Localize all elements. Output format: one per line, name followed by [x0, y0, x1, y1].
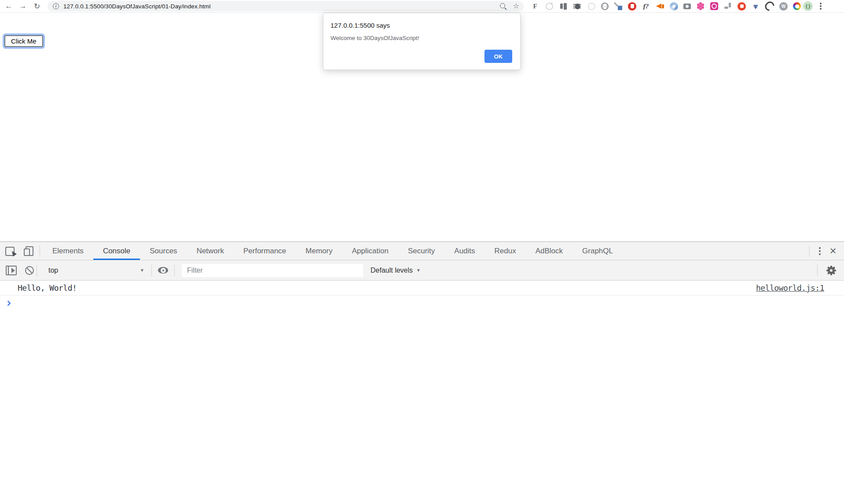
- tab-redux[interactable]: Redux: [485, 242, 526, 260]
- lens-extension-icon[interactable]: [545, 2, 554, 11]
- live-expression-eye-icon[interactable]: [158, 267, 168, 274]
- w-glyph: W: [782, 4, 785, 9]
- dropper-stem: [614, 2, 619, 7]
- devtools-close-icon[interactable]: ×: [826, 245, 840, 258]
- device-toolbar-icon[interactable]: [23, 246, 33, 256]
- json-viewer-extension-icon[interactable]: {}: [803, 1, 813, 11]
- click-me-button[interactable]: Click Me: [4, 35, 43, 47]
- devtools-menu-icon[interactable]: [815, 246, 825, 256]
- site-info-icon[interactable]: i: [53, 3, 59, 9]
- prompt-chevron-icon: [5, 300, 11, 306]
- forward-icon[interactable]: →: [18, 1, 28, 11]
- pink-gear-extension-icon[interactable]: [710, 2, 718, 10]
- alert-dialog: 127.0.0.1:5500 says Welcome to 30DaysOfJ…: [323, 13, 521, 70]
- f-question-extension-icon[interactable]: f?: [642, 2, 650, 11]
- console-prompt[interactable]: [0, 296, 844, 310]
- console-toolbar-right: [815, 265, 840, 276]
- heart-search-extension-icon[interactable]: [751, 2, 760, 11]
- split-panels-extension-icon[interactable]: [559, 2, 568, 11]
- log-levels-dropdown[interactable]: Default levels ▼: [371, 267, 421, 274]
- chevron-down-icon: ▼: [416, 268, 421, 273]
- sidebar-toggle-bar: [8, 267, 9, 274]
- megaphone-extension-icon[interactable]: [656, 2, 664, 11]
- extensions-row: F (-) f? W: [531, 2, 801, 11]
- chevron-down-icon: ▼: [140, 268, 149, 273]
- inspect-element-icon[interactable]: [5, 246, 15, 256]
- console-toolbar-divider-3: [174, 265, 175, 276]
- right-controls-divider: [809, 245, 810, 257]
- tab-elements[interactable]: Elements: [43, 242, 93, 260]
- swirl-extension-icon[interactable]: [670, 2, 678, 11]
- color-picker-extension-icon[interactable]: [614, 2, 623, 11]
- clear-console-icon[interactable]: [25, 266, 34, 275]
- eye-pupil: [162, 270, 164, 271]
- devtools-right-controls: ×: [809, 242, 844, 260]
- red-bookmark-extension-icon[interactable]: [738, 2, 746, 11]
- megaphone-cone: [656, 4, 661, 9]
- bug-extension-icon[interactable]: [573, 2, 582, 11]
- tab-security[interactable]: Security: [398, 242, 444, 260]
- stop-hand-extension-icon[interactable]: [628, 2, 636, 11]
- console-filter-input[interactable]: [182, 264, 363, 277]
- font-switcher-extension-icon[interactable]: F: [531, 2, 539, 11]
- font-glyph: F: [533, 3, 537, 10]
- alert-message: Welcome to 30DaysOfJavaScript!: [330, 35, 512, 41]
- tab-console[interactable]: Console: [93, 242, 140, 260]
- bookmark-star-icon[interactable]: ☆: [513, 3, 519, 10]
- extensions-divider: [802, 2, 802, 10]
- devtools-left-icons: [0, 242, 40, 260]
- alert-actions: OK: [330, 50, 512, 63]
- camera-extension-icon[interactable]: [683, 4, 691, 9]
- gauge-extension-icon[interactable]: [765, 2, 774, 11]
- console-toolbar-divider-4: [817, 265, 818, 276]
- gear-tooth: [830, 266, 832, 275]
- console-sidebar-toggle-icon[interactable]: [6, 266, 17, 275]
- sidebar-toggle-triangle: [11, 268, 15, 273]
- console-log-text: Hello, World!: [18, 283, 77, 292]
- tab-adblock[interactable]: AdBlock: [526, 242, 572, 260]
- tab-sources[interactable]: Sources: [140, 242, 187, 260]
- devtools-tabbar: Elements Console Sources Network Perform…: [0, 242, 844, 260]
- tab-network[interactable]: Network: [187, 242, 234, 260]
- devtools-tabs: Elements Console Sources Network Perform…: [43, 242, 623, 260]
- tab-audits[interactable]: Audits: [444, 242, 484, 260]
- tab-performance[interactable]: Performance: [234, 242, 296, 260]
- reload-icon[interactable]: ↻: [32, 1, 42, 11]
- w-circle-extension-icon[interactable]: W: [779, 2, 788, 11]
- dash-glyph: (-): [602, 4, 608, 8]
- atom-extension-icon[interactable]: [587, 2, 596, 11]
- back-icon[interactable]: ←: [4, 1, 14, 11]
- ramp-bar-a: [724, 7, 728, 9]
- zoom-icon[interactable]: [499, 3, 507, 10]
- console-toolbar: top ▼ Default levels ▼: [0, 260, 844, 281]
- megaphone-box: [662, 4, 664, 8]
- tabbar-divider: [40, 245, 40, 257]
- circle-dash-extension-icon[interactable]: (-): [601, 3, 609, 10]
- browser-toolbar: ← → ↻ i 127.0.0.1:5500/30DaysOfJavaScrip…: [0, 0, 844, 13]
- frame-context-dropdown[interactable]: top ▼: [44, 267, 149, 274]
- address-bar[interactable]: i 127.0.0.1:5500/30DaysOfJavaScript/01-D…: [48, 1, 524, 11]
- console-log-row: Hello, World! helloworld.js:1: [0, 281, 844, 296]
- console-settings-gear-icon[interactable]: [826, 266, 836, 275]
- ramp-extension-icon[interactable]: [723, 2, 732, 11]
- ok-button[interactable]: OK: [484, 50, 512, 63]
- console-toolbar-divider-1: [37, 265, 37, 276]
- tab-memory[interactable]: Memory: [296, 242, 342, 260]
- console-messages: Hello, World! helloworld.js:1: [0, 281, 844, 310]
- alert-title: 127.0.0.1:5500 says: [330, 22, 512, 29]
- json-glyph: {}: [805, 4, 811, 9]
- ramp-bar-b: [729, 3, 731, 7]
- console-toolbar-divider-2: [151, 265, 152, 276]
- devtools-panel: Elements Console Sources Network Perform…: [0, 241, 844, 504]
- f-question-glyph: f?: [643, 3, 649, 10]
- console-source-link[interactable]: helloworld.js:1: [756, 283, 824, 292]
- browser-menu-icon[interactable]: [816, 2, 825, 11]
- gear-tooth: [826, 270, 836, 271]
- frame-context-value: top: [48, 267, 58, 274]
- log-levels-value: Default levels: [371, 267, 413, 274]
- tab-graphql[interactable]: GraphQL: [572, 242, 623, 260]
- color-wheel-extension-icon[interactable]: [793, 2, 801, 10]
- tab-application[interactable]: Application: [342, 242, 398, 260]
- pink-flower-extension-icon[interactable]: [696, 2, 705, 11]
- url-text: 127.0.0.1:5500/30DaysOfJavaScript/01-Day…: [63, 3, 211, 10]
